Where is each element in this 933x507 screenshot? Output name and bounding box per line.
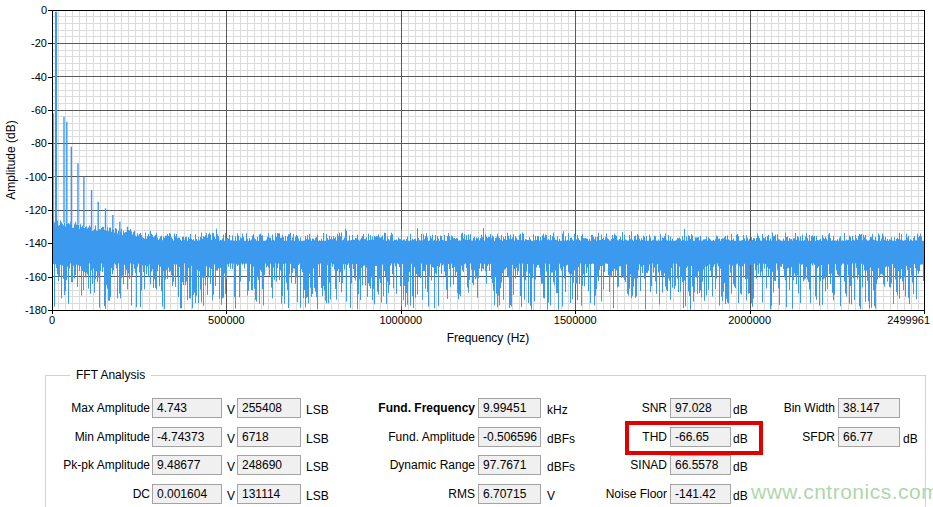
- y-tick-mark: [48, 10, 52, 11]
- rms-unit: V: [547, 485, 555, 505]
- x-tick-label: 1000000: [379, 314, 422, 326]
- max-amplitude-label: Max Amplitude: [44, 398, 150, 418]
- y-tick-mark: [48, 177, 52, 178]
- y-tick-label: 0: [0, 4, 47, 16]
- fund-amplitude-label: Fund. Amplitude: [330, 427, 475, 447]
- sinad-label: SINAD: [560, 455, 667, 475]
- bin-width-label: Bin Width: [745, 398, 835, 418]
- dc-unit: V: [227, 485, 235, 505]
- min-amplitude-label: Min Amplitude: [44, 427, 150, 447]
- min-amplitude-unit: V: [227, 428, 235, 448]
- y-tick-label: -120: [0, 204, 47, 216]
- sfdr-unit: dB: [903, 428, 918, 448]
- sfdr-label: SFDR: [745, 427, 835, 447]
- fft-analysis-title: FFT Analysis: [70, 368, 151, 382]
- y-tick-mark: [48, 43, 52, 44]
- x-tick-mark: [924, 310, 925, 314]
- pk-pk-amplitude-unit: LSB: [306, 456, 329, 476]
- min-amplitude-unit: LSB: [306, 428, 329, 448]
- x-tick-mark: [401, 310, 402, 314]
- y-tick-mark: [48, 243, 52, 244]
- noise-floor-unit: dB: [733, 485, 748, 505]
- sfdr-field[interactable]: 66.77: [838, 427, 900, 447]
- x-tick-mark: [575, 310, 576, 314]
- dynamic-range-field[interactable]: 97.7671: [478, 455, 541, 475]
- rms-label: RMS: [330, 484, 475, 504]
- pk-pk-amplitude-field[interactable]: 9.48677: [152, 455, 222, 475]
- bin-width-field[interactable]: 38.147: [838, 398, 900, 418]
- y-tick-label: -140: [0, 237, 47, 249]
- y-tick-label: -160: [0, 271, 47, 283]
- sinad-unit: dB: [733, 456, 748, 476]
- fund-frequency-label: Fund. Frequency: [330, 398, 475, 418]
- thd-field[interactable]: -66.65: [670, 427, 731, 447]
- x-tick-mark: [52, 310, 53, 314]
- dc-field[interactable]: 0.001604: [152, 484, 222, 504]
- x-tick-mark: [226, 310, 227, 314]
- watermark: www.cntronics.com: [751, 480, 933, 504]
- dc-lsb-field[interactable]: 131114: [237, 484, 301, 504]
- y-tick-mark: [48, 210, 52, 211]
- spectrum-plot: [52, 10, 925, 311]
- y-tick-mark: [48, 110, 52, 111]
- noise-floor-label: Noise Floor: [560, 484, 667, 504]
- max-amplitude-field[interactable]: 4.743: [152, 398, 222, 418]
- dc-label: DC: [44, 484, 150, 504]
- thd-label: THD: [560, 427, 667, 447]
- snr-field[interactable]: 97.028: [670, 398, 731, 418]
- y-axis-title: Amplitude (dB): [4, 120, 18, 199]
- snr-label: SNR: [560, 398, 667, 418]
- rms-field[interactable]: 6.70715: [478, 484, 541, 504]
- noise-floor-field[interactable]: -141.42: [670, 484, 731, 504]
- y-tick-label: -60: [0, 104, 47, 116]
- y-tick-mark: [48, 277, 52, 278]
- y-tick-label: -180: [0, 304, 47, 316]
- max-amplitude-unit: LSB: [306, 399, 329, 419]
- y-tick-label: -80: [0, 137, 47, 149]
- x-tick-label: 500000: [208, 314, 245, 326]
- min-amplitude-lsb-field[interactable]: 6718: [237, 427, 301, 447]
- max-amplitude-lsb-field[interactable]: 255408: [237, 398, 301, 418]
- x-axis-title: Frequency (Hz): [447, 331, 530, 345]
- fund-frequency-field[interactable]: 9.99451: [478, 398, 541, 418]
- x-tick-label: 1500000: [554, 314, 597, 326]
- dc-unit: LSB: [306, 485, 329, 505]
- x-tick-label: 0: [49, 314, 55, 326]
- x-tick-mark: [750, 310, 751, 314]
- y-tick-label: -40: [0, 71, 47, 83]
- y-tick-mark: [48, 77, 52, 78]
- y-tick-label: -100: [0, 171, 47, 183]
- pk-pk-amplitude-lsb-field[interactable]: 248690: [237, 455, 301, 475]
- pk-pk-amplitude-label: Pk-pk Amplitude: [44, 455, 150, 475]
- max-amplitude-unit: V: [227, 399, 235, 419]
- y-tick-mark: [48, 143, 52, 144]
- x-tick-label: 2000000: [728, 314, 771, 326]
- min-amplitude-field[interactable]: -4.74373: [152, 427, 222, 447]
- dynamic-range-label: Dynamic Range: [330, 455, 475, 475]
- sinad-field[interactable]: 66.5578: [670, 455, 731, 475]
- app-window: Amplitude (dB) 0-20-40-60-80-100-120-140…: [0, 0, 933, 507]
- y-tick-label: -20: [0, 37, 47, 49]
- fund-amplitude-field[interactable]: -0.506596: [478, 427, 541, 447]
- x-tick-label: 2499961: [887, 314, 930, 326]
- pk-pk-amplitude-unit: V: [227, 456, 235, 476]
